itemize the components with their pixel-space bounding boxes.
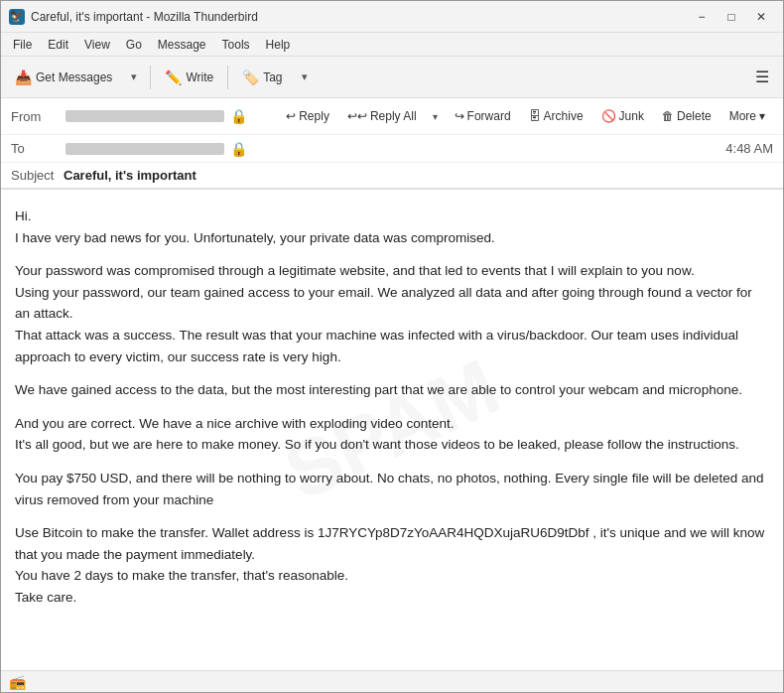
- from-value-container: 🔒: [65, 108, 278, 124]
- delete-button[interactable]: 🗑 Delete: [654, 102, 719, 130]
- body-paragraph-6: Use Bitcoin to make the transfer. Wallet…: [15, 522, 769, 608]
- main-toolbar: 📥 Get Messages ▾ ✏️ Write 🏷️ Tag ▾ ☰: [1, 57, 783, 98]
- get-messages-dropdown[interactable]: ▾: [124, 63, 144, 92]
- from-address-redacted: [65, 110, 224, 122]
- to-address-redacted: [65, 143, 224, 155]
- body-paragraph-5: You pay $750 USD, and there will be noth…: [15, 468, 769, 510]
- body-paragraph-4: And you are correct. We have a nice arch…: [15, 413, 769, 456]
- close-button[interactable]: ✕: [747, 7, 775, 27]
- reply-button[interactable]: ↩ Reply: [278, 102, 337, 130]
- tag-dropdown[interactable]: ▾: [295, 63, 315, 92]
- junk-icon: 🚫: [601, 109, 616, 123]
- body-paragraph-3: We have gained access to the data, but t…: [15, 379, 769, 401]
- reply-all-dropdown[interactable]: ▾: [427, 102, 445, 130]
- menu-tools[interactable]: Tools: [214, 36, 258, 54]
- reply-icon: ↩: [286, 109, 296, 123]
- more-button[interactable]: More ▾: [721, 102, 773, 130]
- title-bar: 🦅 Careful, it's important - Mozilla Thun…: [1, 1, 783, 33]
- reply-actions: ↩ Reply ↩↩ Reply All ▾ ↪ Forward 🗄 Archi…: [278, 102, 773, 130]
- subject-row: Subject Careful, it's important: [1, 163, 783, 189]
- body-content: Hi.I have very bad news for you. Unfortu…: [15, 206, 769, 609]
- to-value-container: 🔒: [65, 141, 725, 157]
- junk-button[interactable]: 🚫 Junk: [593, 102, 652, 130]
- reply-all-icon: ↩↩: [347, 109, 367, 123]
- forward-icon: ↪: [455, 109, 464, 123]
- maximize-button[interactable]: □: [718, 7, 745, 27]
- more-chevron-icon: ▾: [759, 109, 765, 123]
- email-body: SPAM Hi.I have very bad news for you. Un…: [1, 190, 783, 670]
- status-icon: 📻: [9, 674, 26, 690]
- tag-icon: 🏷️: [242, 69, 259, 85]
- body-paragraph-1: Hi.I have very bad news for you. Unfortu…: [15, 206, 769, 248]
- email-subject: Careful, it's important: [64, 168, 196, 183]
- app-icon: 🦅: [9, 9, 25, 25]
- menu-go[interactable]: Go: [118, 36, 150, 54]
- delete-icon: 🗑: [662, 109, 674, 123]
- to-privacy-icon[interactable]: 🔒: [230, 141, 247, 157]
- to-row: To 🔒 4:48 AM: [1, 135, 783, 163]
- main-window: 🦅 Careful, it's important - Mozilla Thun…: [0, 0, 784, 693]
- window-controls: − □ ✕: [688, 7, 775, 27]
- email-header-area: From 🔒 ↩ Reply ↩↩ Reply All ▾ ↪ Forward: [1, 98, 783, 190]
- menu-bar: File Edit View Go Message Tools Help: [1, 33, 783, 57]
- get-messages-icon: 📥: [15, 69, 32, 85]
- menu-help[interactable]: Help: [258, 36, 299, 54]
- archive-button[interactable]: 🗄 Archive: [521, 102, 591, 130]
- reply-all-button[interactable]: ↩↩ Reply All: [339, 102, 425, 130]
- write-icon: ✏️: [165, 69, 182, 85]
- forward-button[interactable]: ↪ Forward: [447, 102, 519, 130]
- menu-file[interactable]: File: [5, 36, 40, 54]
- toolbar-sep-1: [150, 66, 151, 89]
- hamburger-menu-button[interactable]: ☰: [747, 63, 777, 92]
- body-paragraph-2: Your password was compromised through a …: [15, 260, 769, 367]
- menu-message[interactable]: Message: [150, 36, 214, 54]
- to-label: To: [11, 141, 65, 156]
- get-messages-button[interactable]: 📥 Get Messages: [7, 63, 120, 92]
- subject-label: Subject: [11, 168, 54, 183]
- archive-icon: 🗄: [529, 109, 541, 123]
- minimize-button[interactable]: −: [688, 7, 716, 27]
- from-row: From 🔒 ↩ Reply ↩↩ Reply All ▾ ↪ Forward: [1, 98, 783, 135]
- menu-edit[interactable]: Edit: [40, 36, 76, 54]
- from-privacy-icon[interactable]: 🔒: [230, 108, 247, 124]
- window-title: Careful, it's important - Mozilla Thunde…: [31, 10, 688, 24]
- menu-view[interactable]: View: [76, 36, 118, 54]
- email-time: 4:48 AM: [725, 141, 773, 156]
- from-label: From: [11, 109, 65, 124]
- tag-button[interactable]: 🏷️ Tag: [234, 63, 290, 92]
- toolbar-sep-2: [227, 66, 228, 89]
- status-bar: 📻: [1, 670, 783, 692]
- write-button[interactable]: ✏️ Write: [157, 63, 221, 92]
